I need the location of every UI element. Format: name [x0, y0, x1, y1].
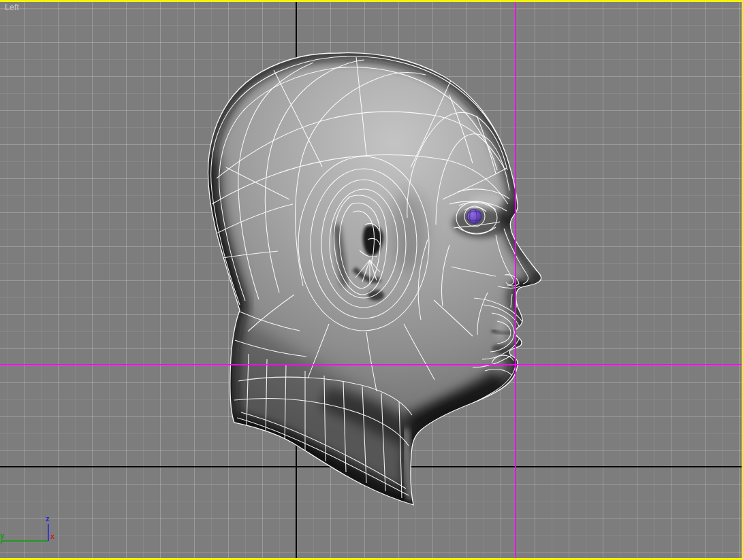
viewport[interactable]: Left z y x [0, 0, 743, 560]
z-axis-label: z [46, 514, 50, 523]
horizontal-guide-line [0, 364, 743, 365]
y-axis-label: y [0, 531, 5, 540]
x-axis-label: x [50, 532, 55, 540]
eyeball[interactable] [467, 210, 481, 224]
head-model[interactable] [0, 0, 743, 560]
viewport-label[interactable]: Left [5, 3, 19, 12]
y-axis-line [1, 541, 48, 544]
axis-tripod-gizmo: z y x [0, 510, 65, 558]
vertical-guide-line [515, 0, 516, 560]
active-viewport-border-top [0, 0, 743, 2]
